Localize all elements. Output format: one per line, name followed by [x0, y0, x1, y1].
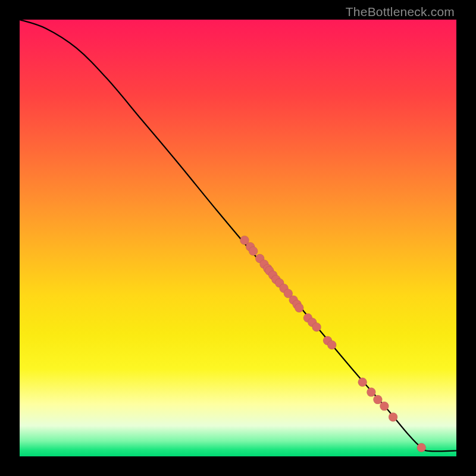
data-marker — [417, 443, 426, 452]
data-marker — [312, 322, 321, 331]
data-marker — [249, 247, 258, 256]
data-marker — [367, 388, 375, 397]
data-marker — [358, 378, 367, 387]
watermark-text: TheBottleneck.com — [346, 5, 455, 19]
chart-frame: TheBottleneck.com — [0, 0, 476, 476]
bottleneck-curve — [20, 20, 456, 451]
plot-area — [20, 20, 456, 456]
data-marker — [327, 340, 336, 349]
curve-layer — [20, 20, 456, 456]
data-marker — [295, 303, 303, 312]
data-marker — [380, 402, 389, 411]
marker-group — [240, 236, 426, 452]
data-marker — [389, 412, 397, 421]
data-marker — [373, 395, 382, 404]
